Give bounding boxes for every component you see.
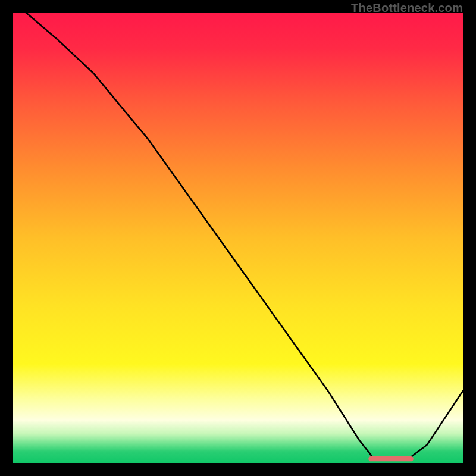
watermark-text: TheBottleneck.com bbox=[351, 1, 463, 15]
bottleneck-chart bbox=[13, 13, 463, 463]
optimal-range-marker bbox=[368, 456, 414, 461]
chart-background bbox=[13, 13, 463, 463]
